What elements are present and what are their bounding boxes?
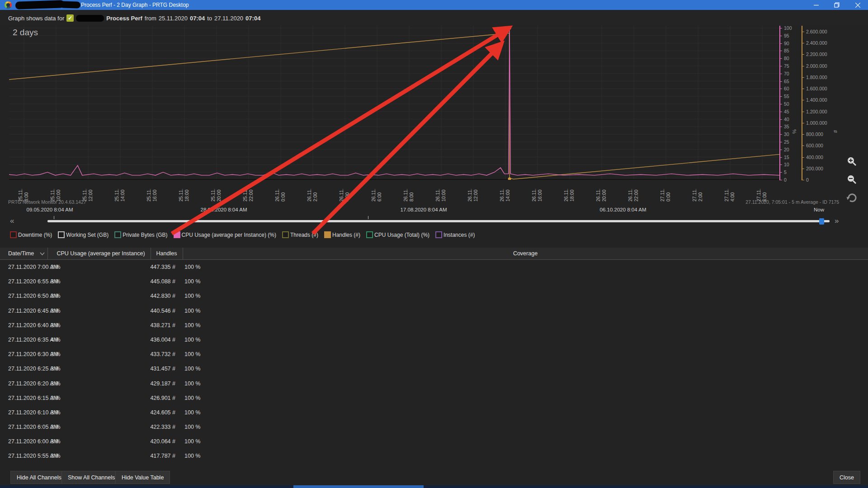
percent-tick-label: 35 bbox=[784, 124, 789, 129]
channel-label: Instances (#) bbox=[443, 232, 475, 238]
cell-cov: 100 % bbox=[184, 264, 200, 270]
count-tick bbox=[802, 134, 804, 135]
channel-checkbox[interactable] bbox=[114, 231, 121, 238]
x-axis-tick-label: 26.11.16:00 bbox=[531, 189, 543, 202]
count-tick-label: 2.400.000 bbox=[806, 40, 827, 46]
cell-cov: 100 % bbox=[184, 308, 200, 314]
channel-checkbox[interactable] bbox=[435, 231, 442, 238]
cell-cov: 100 % bbox=[184, 322, 200, 328]
channel-label: CPU Usage (average per Instance) (%) bbox=[182, 232, 276, 238]
count-tick bbox=[802, 123, 804, 123]
count-tick-label: 1.400.000 bbox=[806, 97, 827, 103]
timeline-handle[interactable] bbox=[819, 218, 824, 225]
table-row[interactable]: 27.11.2020 6:00 AM3 %420.064 #100 % bbox=[0, 434, 868, 449]
cell-cov: 100 % bbox=[184, 395, 200, 401]
legend-item[interactable]: CPU Usage (average per Instance) (%) bbox=[174, 231, 276, 238]
cell-cpu: 3 % bbox=[51, 453, 61, 459]
cell-cpu: 3 % bbox=[51, 438, 61, 445]
legend-item[interactable]: Private Bytes (GB) bbox=[114, 231, 167, 238]
timeline-track[interactable] bbox=[47, 220, 830, 222]
table-row[interactable]: 27.11.2020 6:10 AM3 %424.605 #100 % bbox=[0, 405, 868, 420]
redaction-scribble bbox=[76, 15, 104, 22]
minimize-button[interactable] bbox=[806, 0, 826, 10]
hide-value-table-button[interactable]: Hide Value Table bbox=[115, 471, 170, 484]
graph-plot[interactable] bbox=[9, 26, 779, 180]
channel-checkbox[interactable] bbox=[282, 231, 289, 238]
scroll-right-icon[interactable]: » bbox=[835, 216, 839, 225]
percent-tick bbox=[779, 134, 782, 135]
table-row[interactable]: 27.11.2020 6:45 AM3 %440.546 #100 % bbox=[0, 304, 868, 318]
column-header-coverage[interactable]: Coverage bbox=[183, 250, 868, 257]
percent-tick bbox=[779, 157, 782, 158]
column-header-datetime[interactable]: Date/Time bbox=[8, 250, 34, 257]
legend-item[interactable]: Handles (#) bbox=[324, 231, 360, 238]
percent-tick-label: 45 bbox=[784, 109, 789, 114]
graph-info-bar: Graph shows data for ✓ Process Perf from… bbox=[0, 10, 868, 26]
count-tick-label: 2.000.000 bbox=[806, 63, 827, 69]
table-row[interactable]: 27.11.2020 6:50 AM3 %442.830 #100 % bbox=[0, 289, 868, 303]
close-icon bbox=[855, 3, 860, 8]
percent-tick bbox=[779, 36, 782, 36]
date-from: 25.11.2020 bbox=[159, 15, 188, 22]
cell-cpu: 3 % bbox=[51, 264, 61, 270]
table-row[interactable]: 27.11.2020 5:55 AM3 %417.787 #100 % bbox=[0, 449, 868, 463]
table-row[interactable]: 27.11.2020 6:40 AM3 %438.271 #100 % bbox=[0, 318, 868, 333]
legend-item[interactable]: Threads (#) bbox=[282, 231, 318, 238]
table-row[interactable]: 27.11.2020 6:25 AM3 %431.457 #100 % bbox=[0, 361, 868, 376]
percent-tick-label: 90 bbox=[784, 41, 789, 46]
percent-tick-label: 75 bbox=[784, 63, 789, 69]
channel-checkbox[interactable] bbox=[366, 231, 373, 238]
cell-cov: 100 % bbox=[184, 293, 200, 299]
count-tick-label: 400.000 bbox=[806, 155, 823, 160]
restore-button[interactable] bbox=[826, 0, 847, 10]
x-axis-tick-label: 25.11.22:00 bbox=[242, 189, 254, 202]
table-row[interactable]: 27.11.2020 6:05 AM3 %422.333 #100 % bbox=[0, 420, 868, 434]
channel-checkbox[interactable] bbox=[174, 231, 180, 238]
x-axis-tick-label: 26.11.2:00 bbox=[307, 189, 318, 202]
cell-hand: 422.333 # bbox=[130, 424, 175, 430]
channel-checkbox[interactable] bbox=[58, 231, 65, 238]
legend-item[interactable]: Downtime (%) bbox=[10, 231, 52, 238]
redo-icon[interactable] bbox=[846, 192, 857, 203]
show-all-channels-button[interactable]: Show All Channels bbox=[61, 471, 121, 484]
cell-hand: 417.787 # bbox=[130, 453, 175, 459]
table-row[interactable]: 27.11.2020 6:20 AM3 %429.187 #100 % bbox=[0, 376, 868, 391]
cell-cov: 100 % bbox=[184, 278, 200, 285]
cell-cpu: 3 % bbox=[51, 322, 61, 328]
legend-item[interactable]: CPU Usage (Total) (%) bbox=[366, 231, 429, 238]
legend-item[interactable]: Instances (#) bbox=[435, 231, 475, 238]
redaction-scribble bbox=[15, 0, 65, 9]
table-row[interactable]: 27.11.2020 7:00 AM3 %447.335 #100 % bbox=[0, 260, 868, 274]
percent-tick-label: 95 bbox=[784, 33, 789, 38]
minimize-icon bbox=[814, 3, 819, 8]
table-row[interactable]: 27.11.2020 6:30 AM3 %433.732 #100 % bbox=[0, 347, 868, 361]
legend-item[interactable]: Working Set (GB) bbox=[58, 231, 108, 238]
count-axis-unit: # bbox=[833, 130, 838, 133]
count-tick-label: 2.200.000 bbox=[806, 52, 827, 57]
count-tick-label: 1.000.000 bbox=[806, 120, 827, 126]
cell-hand: 438.271 # bbox=[130, 322, 175, 328]
graph-area: 2 days 051015202530354045505560657075808… bbox=[0, 26, 868, 206]
table-row[interactable]: 27.11.2020 6:35 AM4 %436.004 #100 % bbox=[0, 333, 868, 347]
table-row[interactable]: 27.11.2020 6:55 AM3 %445.088 #100 % bbox=[0, 274, 868, 289]
column-header-handles[interactable]: Handles bbox=[151, 250, 182, 257]
scroll-left-icon[interactable]: « bbox=[10, 216, 14, 225]
value-table-header: Date/Time CPU Usage (average per Instanc… bbox=[0, 248, 868, 260]
channel-label: Threads (#) bbox=[290, 232, 318, 238]
table-row[interactable]: 27.11.2020 6:15 AM3 %426.901 #100 % bbox=[0, 391, 868, 405]
count-tick bbox=[802, 54, 804, 55]
x-axis-tick-label: 26.11.22:00 bbox=[627, 189, 639, 202]
channel-checkbox[interactable] bbox=[10, 231, 17, 238]
cell-cov: 100 % bbox=[184, 453, 200, 459]
column-header-cpu[interactable]: CPU Usage (average per Instance) bbox=[51, 250, 151, 257]
zoom-out-icon[interactable] bbox=[846, 174, 857, 185]
count-tick bbox=[802, 43, 804, 43]
close-window-button[interactable] bbox=[847, 0, 868, 10]
cell-hand: 420.064 # bbox=[130, 438, 175, 445]
hide-all-channels-button[interactable]: Hide All Channels bbox=[10, 471, 68, 484]
percent-tick bbox=[779, 180, 782, 180]
zoom-in-icon[interactable] bbox=[846, 156, 857, 167]
close-button[interactable]: Close bbox=[833, 471, 860, 484]
channel-checkbox[interactable] bbox=[324, 231, 331, 238]
cell-hand: 433.732 # bbox=[130, 351, 175, 357]
